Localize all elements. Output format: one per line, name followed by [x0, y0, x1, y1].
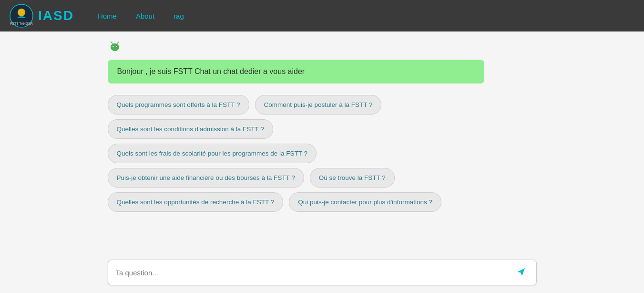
nav-rag[interactable]: rag	[174, 12, 184, 20]
svg-text:FSTT TANGER: FSTT TANGER	[10, 22, 33, 25]
send-icon	[515, 266, 527, 280]
question-btn-4[interactable]: Quels sont les frais de scolarité pour l…	[108, 144, 317, 163]
questions-row-1: Quels programmes sont offerts à la FSTT …	[108, 95, 537, 115]
android-icon	[108, 41, 122, 58]
questions-grid: Quels programmes sont offerts à la FSTT …	[108, 95, 537, 212]
send-button[interactable]	[513, 263, 529, 282]
question-btn-3[interactable]: Quelles sont les conditions d'admission …	[108, 119, 273, 139]
nav-links: Home About rag	[98, 12, 184, 20]
chat-area: Bonjour , je suis FSTT Chat un chat dedi…	[108, 41, 537, 226]
brand: FSTT TANGER IASD	[10, 4, 74, 28]
svg-point-3	[111, 43, 119, 51]
logo-text: IASD	[38, 8, 74, 23]
svg-line-7	[117, 42, 119, 43]
navbar: FSTT TANGER IASD Home About rag	[0, 0, 644, 31]
questions-row-5: Quelles sont les opportunités de recherc…	[108, 192, 537, 212]
question-btn-1[interactable]: Quels programmes sont offerts à la FSTT …	[108, 95, 249, 115]
input-container	[108, 260, 537, 285]
input-area-wrapper	[0, 252, 644, 293]
greeting-bubble: Bonjour , je suis FSTT Chat un chat dedi…	[108, 60, 484, 84]
question-btn-5[interactable]: Puis-je obtenir une aide financière ou d…	[108, 168, 304, 188]
bot-icon-row	[108, 41, 537, 58]
svg-point-5	[116, 46, 117, 47]
svg-point-1	[18, 9, 25, 16]
svg-line-6	[111, 42, 112, 43]
question-btn-2[interactable]: Comment puis-je postuler à la FSTT ?	[255, 95, 382, 115]
question-btn-6[interactable]: Où se trouve la FSTT ?	[310, 168, 395, 188]
questions-row-4: Puis-je obtenir une aide financière ou d…	[108, 168, 537, 188]
nav-home[interactable]: Home	[98, 12, 117, 20]
questions-row-3: Quels sont les frais de scolarité pour l…	[108, 144, 537, 163]
svg-point-4	[112, 46, 114, 47]
question-btn-7[interactable]: Quelles sont les opportunités de recherc…	[108, 192, 284, 212]
chat-input[interactable]	[116, 269, 513, 277]
question-btn-8[interactable]: Qui puis-je contacter pour plus d'inform…	[289, 192, 441, 212]
nav-about[interactable]: About	[136, 12, 154, 20]
questions-row-2: Quelles sont les conditions d'admission …	[108, 119, 537, 139]
logo-icon: FSTT TANGER	[10, 4, 33, 28]
